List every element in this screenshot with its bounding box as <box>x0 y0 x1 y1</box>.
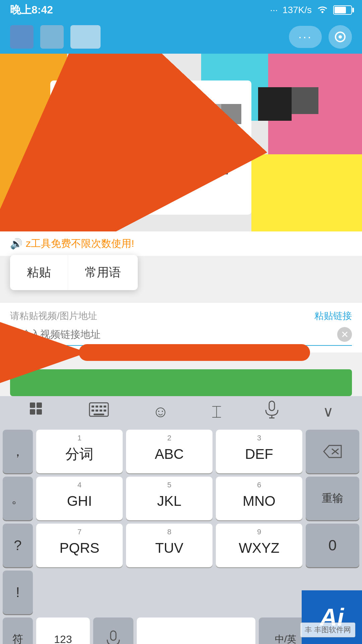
kb-backspace[interactable] <box>306 430 359 473</box>
svg-rect-21 <box>114 141 168 168</box>
kb-key-mno[interactable]: 6 MNO <box>216 477 302 520</box>
kb-middle: 1 分词 2 ABC 3 DEF 4 GHI 5 <box>36 430 302 614</box>
promo-bar: 🔊 z工具免费不限次数使用! <box>0 231 362 256</box>
svg-rect-33 <box>37 402 42 408</box>
kb-key-ghi[interactable]: 4 GHI <box>36 477 123 520</box>
svg-rect-40 <box>104 406 106 408</box>
paste-link-button[interactable]: 粘贴链接 <box>314 310 352 322</box>
close-icon: ✕ <box>341 329 349 340</box>
kb-zero[interactable]: 0 <box>306 524 359 567</box>
svg-rect-25 <box>208 154 228 174</box>
toolbar-grid-icon[interactable] <box>22 398 52 425</box>
svg-point-0 <box>321 11 323 13</box>
svg-rect-26 <box>258 87 292 121</box>
nav-avatar2[interactable] <box>40 25 64 49</box>
toolbar-cursor-icon[interactable]: ⌶ <box>205 399 228 423</box>
kb-left-col: ， 。 ? ! <box>3 430 33 614</box>
svg-rect-45 <box>94 414 104 415</box>
clear-button[interactable]: ✕ <box>337 327 352 342</box>
input-label: 请粘贴视频/图片地址 <box>10 310 97 322</box>
kb-right-col: 重输 0 <box>306 430 359 614</box>
kb-fu-key[interactable]: 符 <box>3 618 33 644</box>
kb-row1: 1 分词 2 ABC 3 DEF <box>36 430 302 473</box>
svg-rect-11 <box>114 87 141 114</box>
svg-rect-35 <box>37 409 42 415</box>
wifi-icon <box>316 4 328 16</box>
svg-rect-22 <box>168 141 194 168</box>
watermark-text: 丰图软件网 <box>314 626 351 634</box>
svg-rect-41 <box>92 410 94 412</box>
status-time: 晚上8:42 <box>10 3 53 17</box>
svg-rect-10 <box>87 87 114 114</box>
kb-key-wxyz[interactable]: 9 WXYZ <box>216 524 302 567</box>
kb-key-question[interactable]: ? <box>3 524 33 567</box>
svg-rect-13 <box>168 87 194 114</box>
kb-reenter[interactable]: 重输 <box>306 477 359 520</box>
kb-key-pqrs[interactable]: 7 PQRS <box>36 524 123 567</box>
svg-rect-12 <box>141 87 168 114</box>
toolbar-collapse-icon[interactable]: ∨ <box>316 399 340 423</box>
svg-rect-6 <box>251 154 362 231</box>
kb-row2: 4 GHI 5 JKL 6 MNO <box>36 477 302 520</box>
content-area: 🔊 z工具免费不限次数使用! 粘贴 常用语 请粘贴视频/图片地址 粘贴链接 ✕ <box>0 54 362 396</box>
promo-icon: 🔊 <box>10 238 22 250</box>
green-action-button[interactable] <box>10 369 352 396</box>
svg-rect-46 <box>269 401 275 411</box>
kb-key-fenci[interactable]: 1 分词 <box>36 430 123 473</box>
nav-avatar3[interactable] <box>70 25 101 49</box>
svg-rect-17 <box>141 114 168 141</box>
toolbar-mic-icon[interactable] <box>258 397 286 425</box>
url-input[interactable] <box>10 329 337 340</box>
input-label-row: 请粘贴视频/图片地址 粘贴链接 <box>10 310 352 322</box>
svg-rect-43 <box>100 410 102 412</box>
svg-rect-14 <box>60 114 87 141</box>
kb-key-abc[interactable]: 2 ABC <box>126 430 213 473</box>
input-section: 请粘贴视频/图片地址 粘贴链接 ✕ <box>0 303 362 353</box>
arrow-left-container <box>0 353 362 369</box>
nav-bar: ··· <box>0 20 362 54</box>
camera-icon <box>335 32 346 42</box>
kb-key-comma[interactable]: ， <box>3 430 33 473</box>
kb-space-key[interactable] <box>137 618 255 644</box>
signal-text: ··· <box>270 5 278 15</box>
context-common-phrases[interactable]: 常用语 <box>68 255 138 290</box>
svg-rect-24 <box>221 104 241 124</box>
svg-rect-16 <box>114 114 141 141</box>
blurred-content <box>0 54 362 231</box>
keyboard-toolbar: ☺ ⌶ ∨ <box>0 396 362 426</box>
more-button[interactable]: ··· <box>289 26 322 48</box>
svg-rect-27 <box>292 87 318 114</box>
svg-rect-39 <box>100 406 102 408</box>
toolbar-emoji-icon[interactable]: ☺ <box>146 399 176 424</box>
context-menu: 粘贴 常用语 <box>10 255 138 290</box>
speed-text: 137K/s <box>283 5 312 15</box>
status-right: ··· 137K/s <box>270 4 352 16</box>
svg-rect-9 <box>60 87 87 114</box>
toolbar-keyboard-icon[interactable] <box>82 399 116 424</box>
watermark-logo: 丰 <box>305 626 312 634</box>
battery-icon <box>333 5 352 15</box>
input-field-row: ✕ <box>10 327 352 346</box>
nav-right: ··· <box>289 25 352 49</box>
svg-rect-19 <box>60 141 87 168</box>
kb-row3: 7 PQRS 8 TUV 9 WXYZ <box>36 524 302 567</box>
kb-key-jkl[interactable]: 5 JKL <box>126 477 213 520</box>
kb-123-key[interactable]: 123 <box>36 618 90 644</box>
nav-avatar1[interactable] <box>10 25 34 49</box>
status-bar: 晚上8:42 ··· 137K/s <box>0 0 362 20</box>
kb-key-exclaim[interactable]: ! <box>3 571 33 614</box>
kb-voice-key[interactable] <box>93 618 133 644</box>
keyboard-main: ， 。 ? ! 1 分词 2 ABC 3 DEF <box>3 430 359 614</box>
kb-key-period[interactable]: 。 <box>3 477 33 520</box>
camera-button[interactable] <box>328 25 352 49</box>
kb-key-tuv[interactable]: 8 TUV <box>126 524 213 567</box>
svg-rect-51 <box>111 631 116 640</box>
svg-rect-38 <box>96 406 98 408</box>
promo-text: z工具免费不限次数使用! <box>26 237 134 251</box>
kb-key-def[interactable]: 3 DEF <box>216 430 302 473</box>
svg-rect-42 <box>96 410 98 412</box>
nav-left <box>10 25 101 49</box>
context-paste[interactable]: 粘贴 <box>10 255 68 290</box>
watermark: 丰 丰图软件网 <box>300 623 355 637</box>
svg-rect-18 <box>168 114 194 141</box>
